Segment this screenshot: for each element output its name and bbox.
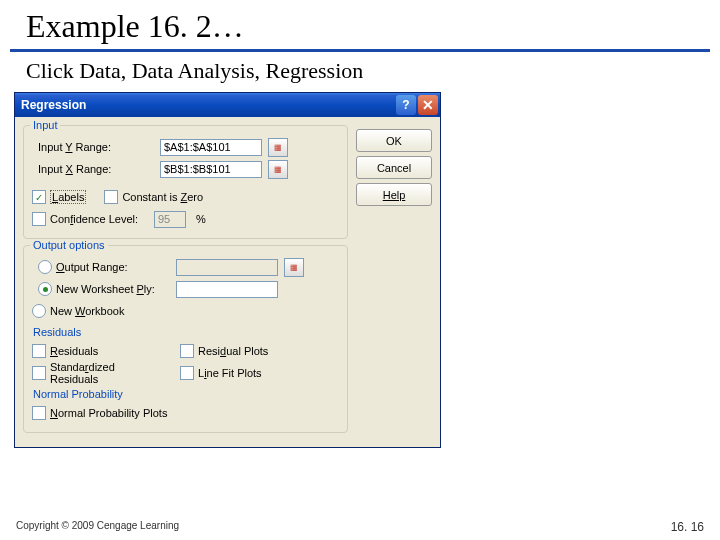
cancel-button[interactable]: Cancel xyxy=(356,156,432,179)
input-y-range-field[interactable] xyxy=(160,139,262,156)
output-range-radio[interactable]: Output Range: xyxy=(32,260,172,274)
close-icon[interactable]: ✕ xyxy=(418,95,438,115)
input-y-range-label: Input Y Range: xyxy=(32,141,156,153)
line-fit-plots-checkbox[interactable]: Line Fit Plots xyxy=(180,366,262,380)
titlebar: Regression ? ✕ xyxy=(15,93,440,117)
input-x-range-label: Input X Range: xyxy=(32,163,156,175)
new-worksheet-radio[interactable]: New Worksheet Ply: xyxy=(32,282,172,296)
input-x-range-field[interactable] xyxy=(160,161,262,178)
normal-probability-checkbox[interactable]: Normal Probability Plots xyxy=(32,406,167,420)
refedit-icon[interactable]: ▦ xyxy=(268,160,288,179)
help-button[interactable]: Help xyxy=(356,183,432,206)
copyright-text: Copyright © 2009 Cengage Learning xyxy=(16,520,179,534)
right-column: OK Cancel Help xyxy=(356,125,432,439)
output-group: Output options Output Range: ▦ New Works… xyxy=(23,245,348,433)
residuals-checkbox[interactable]: Residuals xyxy=(32,344,166,358)
titlebar-text: Regression xyxy=(21,98,394,112)
new-workbook-radio[interactable]: New Workbook xyxy=(32,304,124,318)
new-worksheet-field[interactable] xyxy=(176,281,278,298)
standardized-residuals-checkbox[interactable]: Standardized Residuals xyxy=(32,361,166,385)
constant-zero-checkbox[interactable]: Constant is Zero xyxy=(104,190,203,204)
refedit-icon[interactable]: ▦ xyxy=(284,258,304,277)
slide-title: Example 16. 2… xyxy=(10,0,710,52)
dialog-body: Input Input Y Range: ▦ Input X Range: ▦ … xyxy=(15,117,440,447)
residual-plots-checkbox[interactable]: Residual Plots xyxy=(180,344,268,358)
group-label-normal: Normal Probability xyxy=(30,388,339,400)
slide-footer: Copyright © 2009 Cengage Learning 16. 16 xyxy=(0,520,720,534)
regression-dialog: Regression ? ✕ Input Input Y Range: ▦ In… xyxy=(14,92,441,448)
labels-checkbox[interactable]: ✓Labels xyxy=(32,190,86,204)
group-label-output: Output options xyxy=(30,239,108,251)
confidence-level-checkbox[interactable]: Confidence Level: xyxy=(32,212,150,226)
percent-label: % xyxy=(196,213,206,225)
help-icon[interactable]: ? xyxy=(396,95,416,115)
output-range-field[interactable] xyxy=(176,259,278,276)
confidence-level-field[interactable] xyxy=(154,211,186,228)
instruction-text: Click Data, Data Analysis, Regression xyxy=(0,52,720,92)
input-group: Input Input Y Range: ▦ Input X Range: ▦ … xyxy=(23,125,348,239)
page-number: 16. 16 xyxy=(671,520,704,534)
group-label-residuals: Residuals xyxy=(30,326,339,338)
group-label-input: Input xyxy=(30,119,60,131)
refedit-icon[interactable]: ▦ xyxy=(268,138,288,157)
ok-button[interactable]: OK xyxy=(356,129,432,152)
left-column: Input Input Y Range: ▦ Input X Range: ▦ … xyxy=(23,125,348,439)
